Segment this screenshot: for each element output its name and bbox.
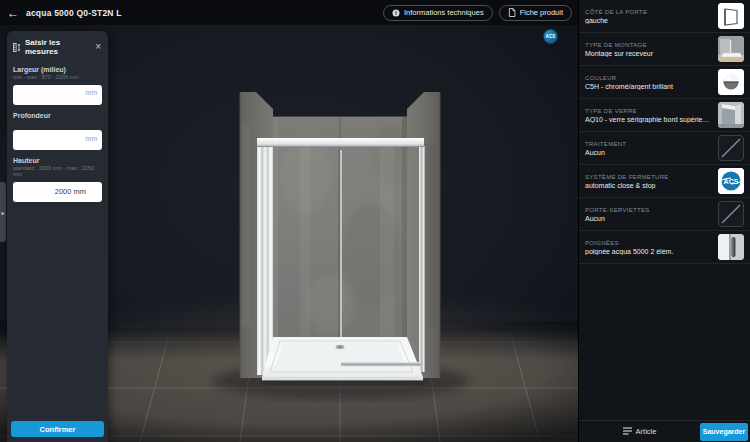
option-label: SYSTÈME DE FERMETURE [585,174,713,180]
option-row-glass-type[interactable]: TYPE DE VERRE AQ10 - verre sérigraphie b… [579,99,750,132]
options-panel-spacer [579,264,750,420]
measures-panel-header: Saisir les mesures × [7,31,108,62]
option-label: POIGNÉES [585,240,713,246]
option-row-door-side[interactable]: CÔTÉ DE LA PORTE gauche [579,0,750,33]
option-row-handles[interactable]: POIGNÉES poignée acqua 5000 2 élém. [579,231,750,264]
info-circle-icon [392,9,400,17]
option-label: TYPE DE MONTAGE [585,42,713,48]
width-unit: mm [85,89,97,96]
fiche-produit-label: Fiche produit [520,8,563,17]
handle-thumbnail-icon [718,234,744,260]
option-value: Aucun [585,149,713,156]
measures-panel-title: Saisir les mesures [25,38,90,56]
option-value: Aucun [585,215,713,222]
confirm-button[interactable]: Confirmer [11,421,104,437]
configurator-app: ← acqua 5000 Q0-ST2N L Informations tech… [0,0,750,442]
article-label: Article [636,427,657,436]
depth-hint [13,120,102,126]
height-hint: standard : 2000 mm - max : 2250 mm [13,165,102,177]
option-row-towel-rail[interactable]: PORTE-SERVIETTES Aucun [579,198,750,231]
height-label: Hauteur [13,157,102,164]
option-label: TRAITEMENT [585,141,713,147]
width-hint: min - max : 870 - 2205 mm [13,74,102,80]
option-label: TYPE DE VERRE [585,108,713,114]
document-icon [508,8,516,17]
depth-field: Profondeur mm [13,112,102,151]
colour-thumbnail-icon [718,69,744,95]
height-field: Hauteur standard : 2000 mm - max : 2250 … [13,157,102,202]
measure-icon [13,38,21,56]
article-button[interactable]: Article [579,421,700,442]
measures-panel: Saisir les mesures × Largeur (milieu) mi… [7,31,108,442]
acs-certification-badge: ACS [543,29,558,44]
none-diagonal-icon [718,135,744,161]
option-row-mounting-type[interactable]: TYPE DE MONTAGE Montage sur receveur [579,33,750,66]
fiche-produit-button[interactable]: Fiche produit [499,5,572,21]
informations-techniques-button[interactable]: Informations techniques [383,5,493,21]
close-icon[interactable]: × [94,43,102,51]
width-field: Largeur (milieu) min - max : 870 - 2205 … [13,66,102,105]
options-panel: CÔTÉ DE LA PORTE gauche TYPE DE MONTAGE … [578,0,750,442]
option-value: Montage sur receveur [585,50,713,57]
acs-logo-icon: ACS [718,168,744,194]
options-panel-footer: Article Sauvegarder [579,420,750,442]
measures-panel-body: Largeur (milieu) min - max : 870 - 2205 … [7,62,108,209]
option-value: C5H - chromé/argent brillant [585,83,713,90]
informations-techniques-label: Informations techniques [404,8,484,17]
option-label: COULEUR [585,75,713,81]
option-value: AQ10 - verre sérigraphie bord supérieur … [585,116,713,123]
option-label: CÔTÉ DE LA PORTE [585,9,713,15]
mounting-type-thumbnail-icon [718,36,744,62]
option-row-treatment[interactable]: TRAITEMENT Aucun [579,132,750,165]
width-label: Largeur (milieu) [13,66,102,73]
depth-unit: mm [85,135,97,142]
option-value: automatic close & stop [585,182,713,189]
panel-collapse-handle[interactable]: ▸ [0,182,6,242]
depth-label: Profondeur [13,112,102,119]
option-value: gauche [585,17,713,24]
topbar: ← acqua 5000 Q0-ST2N L Informations tech… [0,0,578,25]
option-row-closing-system[interactable]: SYSTÈME DE FERMETURE automatic close & s… [579,165,750,198]
option-label: PORTE-SERVIETTES [585,207,713,213]
svg-text:ACS: ACS [724,178,739,185]
option-row-colour[interactable]: COULEUR C5H - chromé/argent brillant [579,66,750,99]
product-title: acqua 5000 Q0-ST2N L [26,8,122,18]
option-value: poignée acqua 5000 2 élém. [585,248,713,255]
door-side-thumbnail-icon [718,3,744,29]
save-button[interactable]: Sauvegarder [700,423,748,441]
back-button[interactable]: ← [0,0,26,25]
article-list-icon [623,427,632,437]
measures-panel-spacer [7,209,108,417]
height-input[interactable] [13,182,102,202]
none-diagonal-icon [718,201,744,227]
glass-type-thumbnail-icon [718,102,744,128]
